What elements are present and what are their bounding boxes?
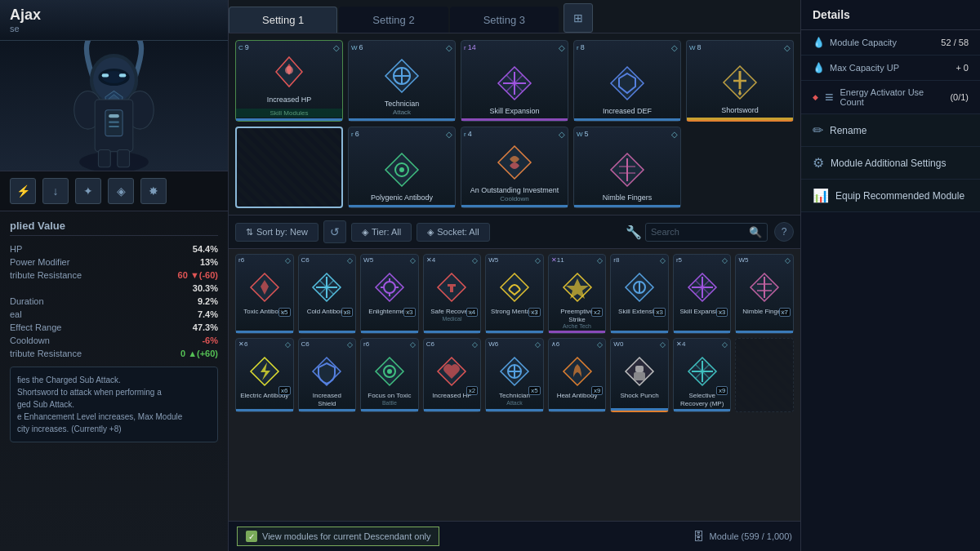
inv-cost-r2-0: ✕6 [238, 340, 247, 348]
inv-img-2 [372, 270, 407, 304]
inv-diamond-r2-3: ◇ [472, 340, 478, 349]
inv-empty [735, 338, 794, 412]
inv-count-r2-4: x5 [528, 386, 540, 395]
inv-preemptive-strike[interactable]: ✕11 ◇ x2 Preemptive Strike Arche Tech [548, 254, 607, 334]
module-name-4: Shortsword [721, 106, 759, 115]
cost-badge-4: W8 [689, 43, 702, 51]
inv-diamond-r2-2: ◇ [410, 340, 416, 349]
equipped-slot-2[interactable]: r14 ◇ Skill Expansion [461, 40, 568, 122]
svg-point-0 [79, 152, 149, 171]
checkbox-icon: ✓ [246, 531, 257, 542]
inv-name-r2-6: Shock Punch [621, 392, 659, 400]
equipped-slot-3[interactable]: r8 ◇ Increased DEF [573, 40, 681, 122]
svg-rect-13 [109, 114, 119, 118]
svg-marker-55 [501, 273, 528, 301]
equipped-slot-4[interactable]: W8 ◇ Shortsword [686, 40, 794, 122]
inv-heat-antibody[interactable]: ∧6 ◇ x9 Heat Antibody [548, 338, 607, 412]
inv-sub-5: Arche Tech [563, 323, 591, 329]
rename-btn[interactable]: ✏ Rename [801, 114, 980, 147]
cost-badge-2: r14 [464, 43, 476, 51]
refresh-btn[interactable]: ↺ [323, 220, 346, 243]
inv-diamond-6: ◇ [660, 256, 666, 264]
inv-count-1: x8 [341, 308, 353, 317]
inv-technician-attack[interactable]: W6 ◇ x5 Technician Attack [485, 338, 544, 412]
cost-badge-0: C9 [238, 43, 249, 51]
inv-skill-expansion[interactable]: r5 ◇ x3 Skill Expansion [673, 254, 732, 334]
inv-enlightenment[interactable]: W5 ◇ x3 Enlightenment [360, 254, 419, 334]
module-name-0: Increased HP [267, 96, 312, 104]
diamond-4: ◇ [784, 43, 791, 52]
rename-label: Rename [830, 125, 866, 136]
additional-settings-btn[interactable]: ⚙ Module Additional Settings [801, 147, 980, 180]
help-btn[interactable]: ? [774, 222, 794, 242]
equipped-slot-1[interactable]: W6 ◇ Technician Attack [348, 40, 456, 122]
char-icon-3[interactable]: ✦ [75, 178, 101, 204]
module-name-7: An Outstanding Investment [470, 186, 559, 195]
tier-4 [687, 118, 793, 120]
inv-increased-shield[interactable]: C6 ◇ Increased Shield [298, 338, 357, 412]
equipped-slot-7[interactable]: r4 ◇ An Outstanding Investment Cooldown [461, 127, 568, 208]
module-img-2 [494, 63, 535, 104]
inv-focus-toxic[interactable]: r6 ◇ Focus on Toxic Battle [360, 338, 419, 412]
character-sub: se [10, 24, 218, 33]
inv-cost-r2-7: ✕4 [676, 340, 685, 348]
char-icon-2[interactable]: ↓ [42, 178, 69, 204]
tier-3 [574, 118, 680, 121]
search-input[interactable] [651, 227, 749, 237]
inv-count-r2-0: x6 [278, 386, 290, 395]
inv-count-r2-3: x2 [466, 386, 478, 395]
socket-btn[interactable]: ◈ Socket: All [416, 223, 489, 242]
inv-skill-extension[interactable]: r8 ◇ x3 Skill Extension [610, 254, 669, 334]
checkbox-filter[interactable]: ✓ View modules for current Descendant on… [237, 527, 439, 546]
capacity-icon: 💧 [813, 37, 825, 48]
inv-selective-recovery[interactable]: ✕4 ◇ x9 Selective Recovery (MP) [673, 338, 732, 412]
equipped-slot-5[interactable] [235, 127, 343, 208]
inv-toxic-antibody[interactable]: r6 ◇ x5 Toxic Antibody [235, 254, 294, 334]
module-sub-7: Cooldown [500, 195, 529, 202]
equipped-slot-6[interactable]: r6 ◇ Polygenic Antibody [348, 127, 456, 208]
svg-rect-16 [98, 150, 110, 167]
inv-sub-r2-4: Attack [506, 400, 522, 406]
module-count-label: Module (599 / 1,000) [709, 531, 792, 541]
inv-safe-recovery[interactable]: ✕4 ◇ x4 Safe Recovery Medical [423, 254, 482, 334]
energy-icon: ≡ [825, 89, 834, 106]
inv-count-0: x5 [278, 308, 290, 317]
inv-cold-antibody[interactable]: C6 ◇ x8 Cold Antibody [298, 254, 357, 334]
inv-shock-punch[interactable]: W0 ◇ Shock Punch [610, 338, 669, 412]
char-icon-4[interactable]: ◈ [108, 178, 134, 204]
inv-cost-r2-2: r6 [363, 340, 369, 348]
stat-blank: 30.3% [10, 282, 218, 295]
diamond-2: ◇ [559, 43, 565, 52]
tier-1 [349, 118, 455, 121]
inv-diamond-8: ◇ [785, 256, 791, 264]
inv-diamond-r2-6: ◇ [660, 340, 666, 349]
tab-setting1[interactable]: Setting 1 [229, 7, 337, 33]
energy-row: ◆ ≡ Energy Activator Use Count (0/1) [801, 81, 980, 114]
inv-increased-hp[interactable]: C6 ◇ x2 Increased HP [423, 338, 482, 412]
equipped-slot-8[interactable]: W5 ◇ Nimble Fingers [573, 127, 681, 208]
tab-setting2[interactable]: Setting 2 [339, 7, 448, 33]
module-img-6 [381, 149, 422, 190]
recommend-btn[interactable]: 📊 Equip Recommended Module [801, 180, 980, 212]
search-icon[interactable]: 🔍 [749, 226, 762, 238]
inv-img-r2-3 [434, 354, 469, 389]
tier-btn[interactable]: ◈ Tier: All [351, 223, 412, 242]
bottom-bar: ✓ View modules for current Descendant on… [229, 521, 800, 551]
sort-btn[interactable]: ⇅ Sort by: New [235, 223, 318, 242]
char-icon-1[interactable]: ⚡ [10, 178, 36, 204]
tab-setting3[interactable]: Setting 3 [450, 7, 559, 33]
socket-label: Socket: All [437, 227, 479, 237]
inv-electric-antibody[interactable]: ✕6 ◇ x6 Electric Antibody [235, 338, 294, 412]
inv-diamond-3: ◇ [472, 256, 478, 264]
svg-point-19 [285, 66, 293, 74]
inv-diamond-4: ◇ [535, 256, 541, 264]
inv-nimble-fingers[interactable]: W5 ◇ x7 Nimble Fingers [735, 254, 794, 334]
char-icon-5[interactable]: ✸ [140, 178, 167, 204]
tab-grid-icon[interactable]: ⊞ [564, 3, 593, 33]
recommend-label: Equip Recommended Module [835, 190, 964, 202]
inv-img-r2-2 [372, 354, 407, 389]
svg-rect-12 [105, 110, 122, 136]
inv-strong-mentality[interactable]: W5 ◇ x3 Strong Mentality [485, 254, 544, 334]
svg-marker-48 [376, 273, 403, 301]
equipped-slot-0[interactable]: C9 ◇ Increased HP Skill Modules [235, 40, 343, 122]
